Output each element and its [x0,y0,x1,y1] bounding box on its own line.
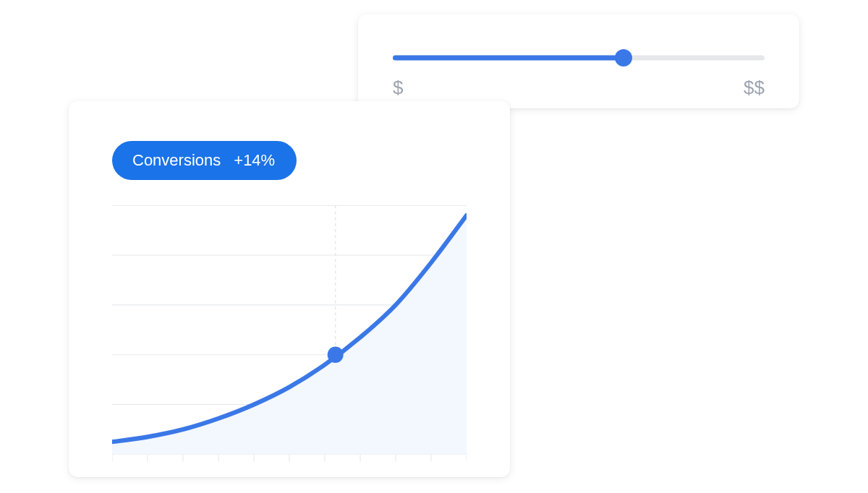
badge-delta: +14% [234,151,275,170]
conversions-badge: Conversions +14% [112,141,297,180]
budget-slider[interactable] [393,49,765,67]
line-chart [112,202,467,469]
slider-labels: $ $$ [393,77,765,99]
conversions-chart-card: Conversions +14% [69,101,510,477]
chart-area [112,202,467,469]
slider-thumb[interactable] [615,49,632,67]
badge-label: Conversions [132,151,221,170]
slider-min-label: $ [393,77,403,99]
slider-max-label: $$ [744,77,765,99]
budget-slider-card: $ $$ [358,14,799,108]
svg-point-18 [328,346,344,363]
slider-fill [393,56,624,61]
